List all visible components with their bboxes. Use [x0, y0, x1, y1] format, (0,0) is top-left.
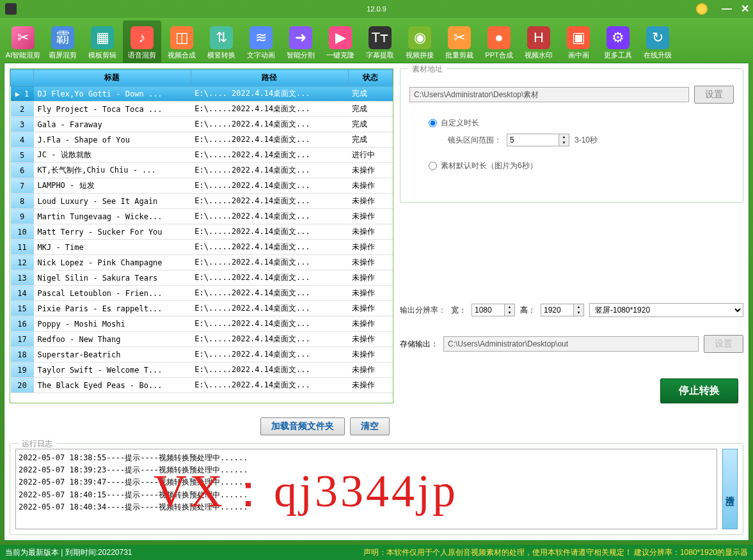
table-row[interactable]: 11MKJ - TimeE:\.....2022.4.14桌面文...未操作 [11, 240, 393, 255]
table-row[interactable]: 16Poppy - Moshi MoshiE:\.....2022.4.14桌面… [11, 316, 393, 332]
clear-list-button[interactable]: 清空 [350, 417, 390, 435]
toolbar-画中画[interactable]: ▣画中画 [559, 20, 598, 63]
table-row[interactable]: 17Redfoo - New ThangE:\.....2022.4.14桌面文… [11, 332, 393, 347]
cell-status: 未操作 [348, 194, 392, 209]
col-path[interactable]: 路径 [191, 70, 348, 86]
audio-grid[interactable]: 标题 路径 状态 ▶ 1DJ Flex,Yo Gotti - Down ...E… [10, 69, 393, 403]
height-input[interactable] [541, 304, 573, 316]
material-set-button[interactable]: 设置 [694, 86, 734, 104]
table-row[interactable]: ▶ 1DJ Flex,Yo Gotti - Down ...E:\.... 20… [11, 86, 393, 102]
toolbar-批量剪裁[interactable]: ✂批量剪裁 [440, 20, 479, 63]
store-path-input[interactable] [443, 336, 699, 352]
table-row[interactable]: 12Nick Lopez - Pink ChampagneE:\.....202… [11, 255, 393, 270]
material-group: 素材地址 设置 自定义时长 镜头区间范围： [400, 68, 743, 203]
toolbar-视频水印[interactable]: H视频水印 [519, 20, 558, 63]
cell-status: 未操作 [348, 378, 392, 393]
cell-title: Pixie Paris - Es rappelt... [34, 301, 191, 316]
toolbar-icon: 霸 [51, 26, 74, 49]
row-number: 19 [11, 362, 34, 378]
minimize-button[interactable]: — [722, 3, 732, 15]
table-row[interactable]: 18Superstar-BeatrichE:\.....2022.4.14桌面文… [11, 347, 393, 362]
toolbar-icon: ≋ [250, 26, 273, 49]
table-row[interactable]: 9Martin Tungevaag - Wicke...E:\.....2022… [11, 209, 393, 224]
log-textarea[interactable]: 2022-05-07 18:38:55----提示----视频转换预处理中...… [15, 449, 717, 529]
cell-title: KT,长气制作,Chiu Chiu - ... [34, 163, 191, 178]
toolbar-AI智能混剪[interactable]: ✂AI智能混剪 [4, 20, 42, 63]
table-row[interactable]: 8Loud Luxury - See It AgainE:\.....2022.… [11, 194, 393, 209]
width-spinner[interactable]: ▲▼ [472, 304, 515, 316]
radio-custom-duration[interactable]: 自定义时长 [429, 118, 479, 128]
table-row[interactable]: 5JC - 说散就散E:\.....2022.4.14桌面文...进行中 [11, 148, 393, 163]
material-path-input[interactable] [409, 87, 689, 102]
table-row[interactable]: 13Nigel Silin - Sakura TearsE:\.....2022… [11, 270, 393, 286]
toolbar-视频拼接[interactable]: ◉视频拼接 [400, 20, 439, 63]
table-row[interactable]: 14Pascal Letoublon - Frien...E:\.....202… [11, 286, 393, 301]
toolbar-PPT合成[interactable]: ●PPT合成 [480, 20, 518, 63]
row-number: 11 [11, 240, 34, 255]
toolbar-横竖转换[interactable]: ⇅横竖转换 [202, 20, 241, 63]
res-label: 输出分辨率： [400, 305, 446, 316]
toolbar-更多工具[interactable]: ⚙更多工具 [599, 20, 637, 63]
radio-default-duration[interactable]: 素材默认时长（图片为6秒） [429, 160, 537, 171]
stop-convert-button[interactable]: 停止转换 [660, 378, 738, 403]
row-number: 5 [11, 148, 34, 163]
table-row[interactable]: 15Pixie Paris - Es rappelt...E:\.....202… [11, 301, 393, 316]
cell-path: E:\.....2022.4.14桌面文... [191, 102, 348, 117]
radio-custom-input[interactable] [429, 119, 437, 127]
table-row[interactable]: 10Matt Terry - Sucker For YouE:\.....202… [11, 224, 393, 240]
log-line: 2022-05-07 18:40:15----提示----视频转换预处理中...… [19, 489, 714, 501]
row-number: 14 [11, 286, 34, 301]
row-number: 16 [11, 316, 34, 332]
toolbar-label: 霸屏混剪 [49, 51, 77, 60]
toolbar-智能分割[interactable]: ➜智能分割 [281, 20, 320, 63]
cell-status: 未操作 [348, 224, 392, 240]
table-row[interactable]: 20The Black Eyed Peas - Bo...E:\.....202… [11, 378, 393, 393]
toolbar-语音混剪[interactable]: ♪语音混剪 [123, 20, 161, 63]
h-label: 高： [520, 305, 535, 316]
load-audio-folder-button[interactable]: 加载音频文件夹 [260, 417, 345, 435]
log-line: 2022-05-07 18:38:55----提示----视频转换预处理中...… [19, 452, 714, 464]
toolbar-视频合成[interactable]: ◫视频合成 [162, 20, 201, 63]
range-spinner[interactable]: ▲▼ [507, 134, 569, 146]
toolbar-在线升级[interactable]: ↻在线升级 [638, 20, 677, 63]
table-row[interactable]: 4J.Fla - Shape of YouE:\.....2022.4.14桌面… [11, 132, 393, 148]
table-row[interactable]: 19Taylor Swift - Welcome T...E:\.....202… [11, 362, 393, 378]
width-input[interactable] [472, 304, 504, 316]
row-number: 8 [11, 194, 34, 209]
preset-select[interactable]: 竖屏-1080*1920 [589, 303, 743, 317]
spin-down-icon[interactable]: ▼ [559, 140, 569, 146]
cell-title: The Black Eyed Peas - Bo... [34, 378, 191, 393]
toolbar-霸屏混剪[interactable]: 霸霸屏混剪 [44, 20, 82, 63]
table-row[interactable]: 7LAMPHO - 短发E:\.....2022.4.14桌面文...未操作 [11, 178, 393, 194]
range-label: 镜头区间范围： [448, 135, 502, 146]
col-title[interactable]: 标题 [34, 70, 191, 86]
cell-title: J.Fla - Shape of You [34, 132, 191, 148]
log-line: 2022-05-07 18:40:34----提示----视频转换预处理中...… [19, 501, 714, 513]
toolbar-模板剪辑[interactable]: ▦模板剪辑 [83, 20, 122, 63]
store-set-button[interactable]: 设置 [704, 335, 743, 353]
range-value-input[interactable] [507, 134, 559, 146]
close-button[interactable]: ✕ [741, 3, 749, 15]
toolbar-icon: ✂ [448, 26, 471, 49]
spin-up-icon[interactable]: ▲ [559, 134, 569, 140]
toolbar-icon: ▶ [329, 26, 352, 49]
toolbar-label: 字幕提取 [366, 51, 394, 60]
cell-title: Martin Tungevaag - Wicke... [34, 209, 191, 224]
height-spinner[interactable]: ▲▼ [541, 304, 584, 316]
col-status[interactable]: 状态 [348, 70, 392, 86]
log-clear-button[interactable]: 清空 [722, 449, 738, 529]
cell-path: E:\.....2022.4.14桌面文... [191, 163, 348, 178]
radio-default-input[interactable] [429, 162, 437, 170]
table-row[interactable]: 3Gala - FarawayE:\.....2022.4.14桌面文...完成 [11, 117, 393, 132]
toolbar-一键克隆[interactable]: ▶一键克隆 [321, 20, 360, 63]
row-number: 7 [11, 178, 34, 194]
table-row[interactable]: 2Fly Project - Toca Toca ...E:\.....2022… [11, 102, 393, 117]
medal-icon [696, 3, 708, 15]
table-row[interactable]: 6KT,长气制作,Chiu Chiu - ...E:\.....2022.4.1… [11, 163, 393, 178]
toolbar-文字动画[interactable]: ≋文字动画 [242, 20, 280, 63]
toolbar-label: 模板剪辑 [88, 51, 116, 60]
toolbar-label: 一键克隆 [326, 51, 354, 60]
cell-status: 进行中 [348, 148, 392, 163]
cell-status: 未操作 [348, 240, 392, 255]
toolbar-字幕提取[interactable]: Tᴛ字幕提取 [361, 20, 399, 63]
